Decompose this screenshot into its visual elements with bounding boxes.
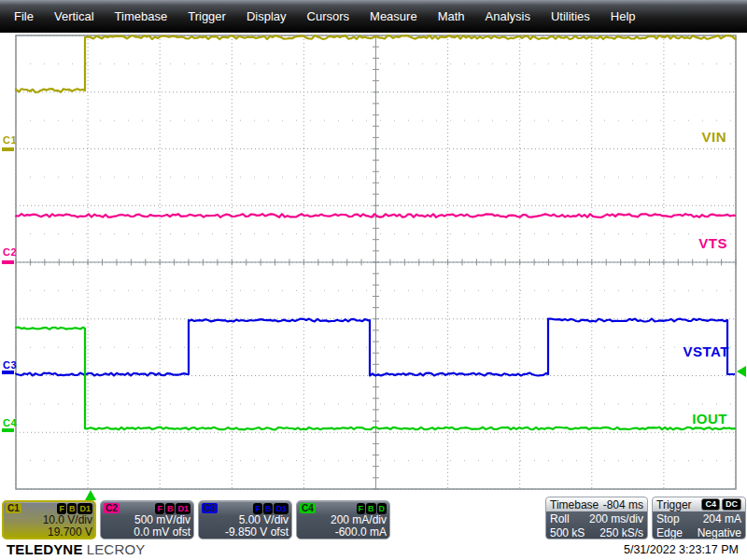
badge-f-icon: F (357, 503, 366, 514)
channel-descriptor-c3[interactable]: C3 F B D1 5.00 V/div -9.850 V ofst (198, 500, 292, 539)
channel-offset: -600.0 mA (300, 526, 387, 539)
channel-chip-c4: C4 (300, 503, 316, 513)
menu-item-analysis[interactable]: Analysis (475, 0, 541, 33)
menu-item-vertical[interactable]: Vertical (44, 0, 105, 33)
badge-b-icon: B (67, 503, 78, 514)
channel-chip-c1: C1 (6, 503, 21, 513)
channel-marker-label-c4: C4 (3, 417, 17, 428)
timebase-offset: -804 ms (603, 498, 643, 511)
badge-d-icon: D (377, 503, 388, 514)
channel-descriptor-c1[interactable]: C1 F B D1 10.0 V/div 19.700 V (2, 500, 96, 539)
badge-f-icon: F (253, 503, 262, 514)
menu-item-measure[interactable]: Measure (359, 0, 428, 33)
trigger-title: Trigger (656, 498, 692, 511)
channel-offset-marker-c3[interactable] (2, 371, 14, 374)
menu-item-cursors[interactable]: Cursors (297, 0, 360, 33)
timebase-scale: 200 ms/div (589, 512, 643, 525)
menu-item-timebase[interactable]: Timebase (105, 0, 178, 33)
timebase-samples: 500 kS (550, 526, 585, 539)
channel-offset: -9.850 V ofst (202, 526, 289, 539)
trigger-level-arrow-icon[interactable] (737, 366, 746, 377)
channel-offset: 0.0 mV ofst (104, 526, 190, 539)
trigger-type: Edge (656, 526, 683, 539)
channel-offset-marker-c4[interactable] (2, 428, 14, 432)
channel-chip-c2: C2 (104, 503, 120, 513)
badge-d1-icon: D1 (176, 503, 190, 514)
datetime-label: 5/31/2022 3:23:17 PM (624, 543, 739, 556)
menu-item-display[interactable]: Display (236, 0, 297, 33)
badge-f-icon: F (155, 503, 164, 514)
channel-descriptor-c2[interactable]: C2 F B D1 500 mV/div 0.0 mV ofst (100, 500, 194, 539)
timebase-title: Timebase (550, 498, 599, 511)
trace-label-iout: IOUT (692, 411, 727, 427)
channel-marker-label-c2: C2 (3, 246, 17, 258)
menu-item-file[interactable]: File (4, 0, 44, 33)
waveform-display (0, 0, 747, 560)
trace-label-vstat: VSTAT (684, 343, 729, 359)
badge-b-icon: B (263, 503, 274, 514)
badge-d1-icon: D1 (274, 503, 289, 514)
channel-chip-c3: C3 (202, 503, 218, 513)
timebase-rate: 250 kS/s (599, 526, 643, 539)
trigger-level: 204 mA (703, 512, 741, 525)
channel-offset-marker-c1[interactable] (2, 147, 14, 151)
trigger-mode: Stop (656, 512, 680, 525)
channel-descriptor-c4[interactable]: C4 F B D 200 mA/div -600.0 mA (296, 500, 390, 539)
badge-b-icon: B (165, 503, 176, 514)
trigger-coupling-badge: DC (722, 498, 741, 511)
channel-marker-label-c1: C1 (3, 134, 17, 146)
trigger-source-badge: C4 (701, 498, 720, 511)
trigger-slope: Negative (698, 526, 741, 539)
menu-item-help[interactable]: Help (600, 0, 646, 33)
badge-b-icon: B (366, 503, 376, 514)
menu-bar: File Vertical Timebase Trigger Display C… (0, 0, 747, 33)
brand-secondary: LECROY (87, 541, 146, 557)
menu-item-trigger[interactable]: Trigger (177, 0, 236, 33)
channel-offset-marker-c2[interactable] (2, 260, 14, 264)
trace-label-vin: VIN (701, 129, 726, 145)
badge-d1-icon: D1 (78, 503, 92, 514)
trace-label-vts: VTS (698, 235, 727, 251)
oscilloscope-screen: C1 C2 C3 C4 VIN VTS VSTAT IOUT File Vert… (0, 0, 747, 560)
badge-f-icon: F (57, 503, 66, 514)
channel-offset: 19.700 V (6, 526, 92, 539)
status-bar: TELEDYNELECROY 5/31/2022 3:23:17 PM (0, 539, 747, 560)
menu-item-math[interactable]: Math (428, 0, 475, 33)
menu-item-utilities[interactable]: Utilities (541, 0, 600, 33)
channel-marker-label-c3: C3 (3, 359, 17, 371)
brand-primary: TELEDYNE (7, 541, 83, 557)
trigger-box[interactable]: Trigger C4 DC Stop 204 mA Edge Negative (652, 497, 746, 539)
timebase-box[interactable]: Timebase -804 ms Roll 200 ms/div 500 kS … (545, 497, 648, 539)
trigger-time-arrow-icon[interactable] (85, 490, 96, 500)
timebase-mode: Roll (550, 512, 570, 525)
brand-logo: TELEDYNELECROY (7, 541, 146, 557)
